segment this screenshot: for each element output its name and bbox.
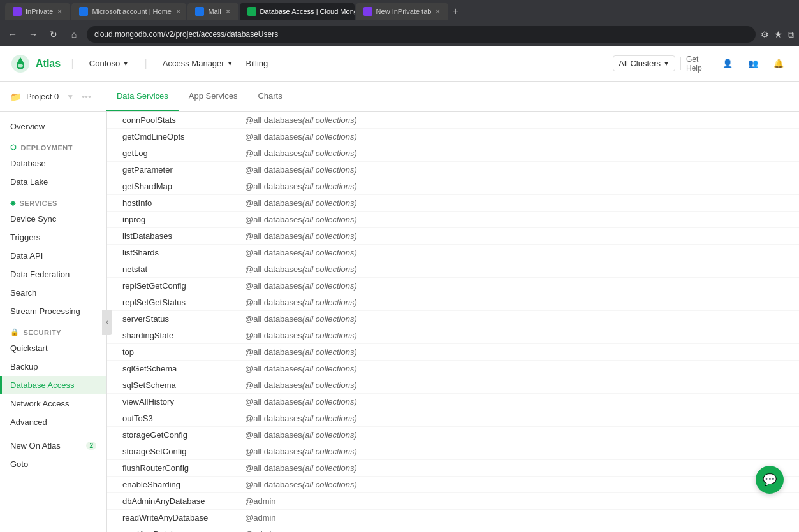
search-label: Search <box>10 288 36 298</box>
favorites-icon[interactable]: ★ <box>774 29 782 40</box>
sidebar-item-overview[interactable]: Overview <box>0 117 106 136</box>
sidebar-item-data-lake[interactable]: Data Lake <box>0 173 106 191</box>
action-cell: connPoolStats <box>122 115 176 125</box>
action-cell: sqlGetSchema <box>122 364 177 373</box>
org-name: Contoso <box>89 59 120 68</box>
table-row: getParameter @all databases(all collecti… <box>107 162 799 178</box>
tab-close-1[interactable]: ✕ <box>57 8 62 16</box>
tab-label-2: Microsoft account | Home <box>92 8 172 15</box>
people-icon-btn[interactable]: 👥 <box>743 54 763 74</box>
chat-button[interactable]: 💬 <box>756 466 784 494</box>
header-divider-4 <box>712 57 712 70</box>
sidebar-item-backup[interactable]: Backup <box>0 357 106 376</box>
resource-cell: @all databases(all collections) <box>245 347 357 357</box>
sidebar-item-device-sync[interactable]: Device Sync <box>0 210 106 228</box>
address-bar[interactable]: cloud.mongodb.com/v2/project/access/data… <box>87 26 756 43</box>
sidebar-section-deployment: ⬡ DEPLOYMENT <box>0 136 106 154</box>
header-divider-2: | <box>144 57 147 70</box>
table-row: dbAdminAnyDatabase @admin <box>107 493 799 510</box>
back-button[interactable]: ← <box>5 29 20 40</box>
billing-nav[interactable]: Billing <box>241 56 274 71</box>
action-cell: dbAdminAnyDatabase <box>122 496 205 506</box>
new-on-atlas-label: New On Atlas <box>10 441 61 450</box>
notifications-icon-btn[interactable]: 🔔 <box>768 54 789 74</box>
browser-tab-4[interactable]: Database Access | Cloud Mong... ✕ <box>240 3 355 20</box>
sidebar-item-data-federation[interactable]: Data Federation <box>0 265 106 284</box>
sidebar-item-quickstart[interactable]: Quickstart <box>0 339 106 357</box>
tab-close-5[interactable]: ✕ <box>435 8 441 16</box>
collections-icon[interactable]: ⧉ <box>788 29 794 40</box>
project-expand-icon: ▼ <box>66 92 74 101</box>
extensions-icon[interactable]: ⚙ <box>761 29 769 40</box>
sidebar-item-new-on-atlas[interactable]: New On Atlas 2 <box>0 436 106 455</box>
table-row: getShardMap @all databases(all collectio… <box>107 178 799 195</box>
sidebar-item-goto[interactable]: Goto <box>0 455 106 473</box>
sidebar-collapse-button[interactable]: ‹ <box>102 310 112 335</box>
sidebar-item-network-access[interactable]: Network Access <box>0 394 106 413</box>
sidebar-item-data-api[interactable]: Data API <box>0 247 106 265</box>
atlas-logo[interactable]: Atlas <box>10 54 61 74</box>
browser-tab-2[interactable]: Microsoft account | Home ✕ <box>71 3 186 20</box>
tab-data-services[interactable]: Data Services <box>106 82 179 111</box>
browser-chrome: InPrivate ✕ Microsoft account | Home ✕ M… <box>0 0 799 46</box>
access-manager-nav[interactable]: Access Manager ▼ <box>158 56 238 71</box>
table-row: netstat @all databases(all collections) <box>107 261 799 278</box>
browser-tab-5[interactable]: New InPrivate tab ✕ <box>356 3 449 20</box>
app-header: Atlas | Contoso ▼ | Access Manager ▼ Bil… <box>0 46 799 82</box>
table-row: readWriteAnyDatabase @admin <box>107 510 799 526</box>
sidebar-item-stream-processing[interactable]: Stream Processing <box>0 302 106 320</box>
cluster-dropdown-icon: ▼ <box>663 60 670 67</box>
cluster-selector[interactable]: All Clusters ▼ <box>613 55 675 71</box>
quickstart-label: Quickstart <box>10 343 48 353</box>
action-cell: enableSharding <box>122 480 180 489</box>
data-lake-label: Data Lake <box>10 177 48 187</box>
forward-button[interactable]: → <box>26 29 41 40</box>
resource-cell: @all databases(all collections) <box>245 364 357 373</box>
action-cell: readWriteAnyDatabase <box>122 513 208 522</box>
sidebar-item-advanced[interactable]: Advanced <box>0 413 106 431</box>
sidebar-item-search[interactable]: Search <box>0 284 106 302</box>
sidebar-item-database-access[interactable]: Database Access <box>0 376 106 394</box>
header-nav: Access Manager ▼ Billing <box>158 56 603 71</box>
chat-icon: 💬 <box>763 473 777 487</box>
tab-charts[interactable]: Charts <box>247 82 292 111</box>
action-cell: inprog <box>122 215 145 224</box>
resource-cell: @all databases(all collections) <box>245 397 357 406</box>
table-row: getCmdLineOpts @all databases(all collec… <box>107 129 799 145</box>
resource-cell: @all databases(all collections) <box>245 182 357 191</box>
tab-close-2[interactable]: ✕ <box>175 8 181 16</box>
sub-header-tabs: Data Services App Services Charts <box>106 82 293 111</box>
browser-tab-1[interactable]: InPrivate ✕ <box>5 3 70 20</box>
table-row: readAnyDatabase @admin <box>107 526 799 533</box>
refresh-button[interactable]: ↻ <box>46 29 61 40</box>
new-tab-button[interactable]: + <box>452 6 458 17</box>
tab-label-4: Database Access | Cloud Mong... <box>260 8 355 15</box>
tab-charts-label: Charts <box>258 91 282 101</box>
sidebar-item-database[interactable]: Database <box>0 154 106 173</box>
resource-cell: @all databases(all collections) <box>245 248 357 257</box>
tab-favicon-5 <box>363 7 372 16</box>
tab-app-services[interactable]: App Services <box>179 82 248 111</box>
table-row: flushRouterConfig @all databases(all col… <box>107 460 799 477</box>
cluster-label: All Clusters <box>619 59 661 68</box>
resource-cell: @all databases(all collections) <box>245 447 357 456</box>
resource-cell: @all databases(all collections) <box>245 198 357 208</box>
action-cell: top <box>122 347 134 357</box>
browser-nav-icons: ⚙ ★ ⧉ <box>761 29 794 40</box>
user-icon: 👤 <box>722 59 733 68</box>
browser-tab-3[interactable]: Mail ✕ <box>187 3 238 20</box>
get-help-button[interactable]: Get Help <box>686 54 707 74</box>
home-button[interactable]: ⌂ <box>66 29 82 40</box>
org-selector[interactable]: Contoso ▼ <box>84 56 134 71</box>
browser-tabs: InPrivate ✕ Microsoft account | Home ✕ M… <box>0 0 799 23</box>
advanced-label: Advanced <box>10 417 47 427</box>
table-row: enableSharding @all databases(all collec… <box>107 477 799 493</box>
user-icon-btn[interactable]: 👤 <box>717 54 738 74</box>
deployment-title: DEPLOYMENT <box>21 144 73 152</box>
table-row: sqlGetSchema @all databases(all collecti… <box>107 361 799 377</box>
resource-cell: @all databases(all collections) <box>245 380 357 390</box>
tab-close-3[interactable]: ✕ <box>225 8 231 16</box>
header-divider-1: | <box>71 57 74 70</box>
sidebar-item-triggers[interactable]: Triggers <box>0 228 106 247</box>
resource-cell: @all databases(all collections) <box>245 132 357 141</box>
